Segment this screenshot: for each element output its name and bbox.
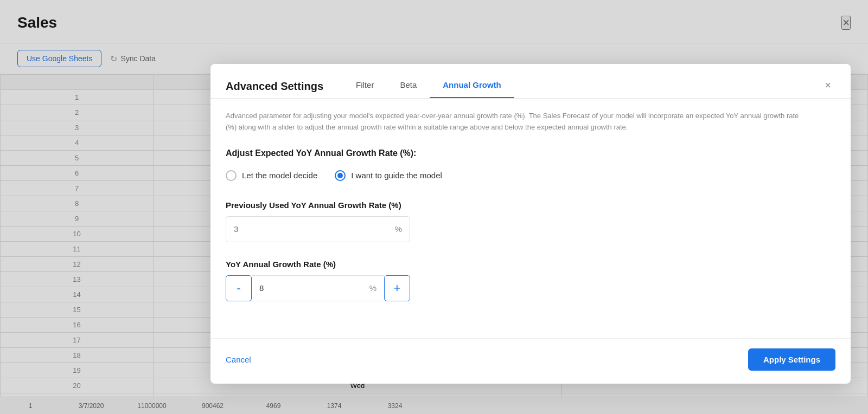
tab-beta[interactable]: Beta: [387, 75, 430, 98]
previously-used-input[interactable]: [234, 224, 395, 234]
modal-title: Advanced Settings: [226, 80, 323, 93]
increment-button[interactable]: +: [384, 275, 410, 301]
radio-circle-model-decide: [226, 170, 237, 181]
modal-close-button[interactable]: ×: [820, 77, 835, 94]
modal-footer: Cancel Apply Settings: [210, 338, 851, 384]
radio-group: Let the model decide I want to guide the…: [226, 170, 835, 181]
yoy-input-wrap: %: [252, 275, 384, 301]
tab-filter[interactable]: Filter: [343, 75, 387, 98]
section-title: Adjust Expected YoY Annual Growth Rate (…: [226, 148, 835, 158]
modal-header: Advanced Settings Filter Beta Annual Gro…: [210, 64, 851, 98]
yoy-label: YoY Annual Growth Rate (%): [226, 260, 835, 269]
yoy-stepper-group: - % +: [226, 275, 410, 301]
previously-used-suffix: %: [395, 224, 402, 234]
modal-panel: Advanced Settings Filter Beta Annual Gro…: [210, 64, 851, 384]
tab-annual-growth[interactable]: Annual Growth: [430, 75, 514, 98]
decrement-button[interactable]: -: [226, 275, 252, 301]
modal-tabs: Filter Beta Annual Growth: [343, 75, 820, 98]
radio-label-guide-model: I want to guide the model: [351, 171, 442, 180]
apply-settings-button[interactable]: Apply Settings: [748, 348, 835, 371]
cancel-button[interactable]: Cancel: [226, 355, 251, 364]
yoy-input[interactable]: [259, 283, 369, 293]
radio-label-model-decide: Let the model decide: [242, 171, 317, 180]
radio-option-model-decide[interactable]: Let the model decide: [226, 170, 317, 181]
main-window: Sales × Use Google Sheets ↻ Sync Data A …: [0, 0, 868, 414]
modal-description: Advanced parameter for adjusting your mo…: [226, 111, 812, 133]
radio-option-guide-model[interactable]: I want to guide the model: [335, 170, 442, 181]
radio-circle-guide-model: [335, 170, 346, 181]
previously-used-label: Previously Used YoY Annual Growth Rate (…: [226, 200, 835, 210]
modal-overlay: Advanced Settings Filter Beta Annual Gro…: [0, 0, 868, 414]
yoy-suffix: %: [369, 283, 376, 293]
previously-used-field-wrap: %: [226, 216, 410, 242]
modal-body: Advanced parameter for adjusting your mo…: [210, 99, 851, 338]
